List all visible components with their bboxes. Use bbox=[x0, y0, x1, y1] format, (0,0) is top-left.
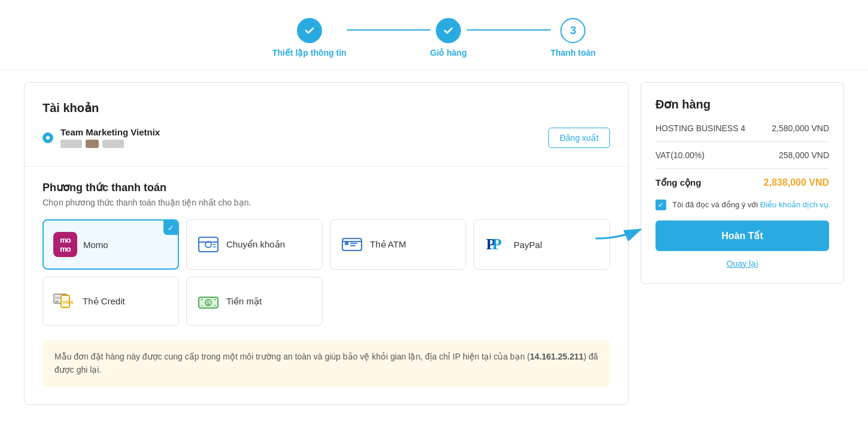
step-1-circle bbox=[297, 18, 322, 43]
payment-grid-row2: VISA Thẻ Credit $ Tiền mặt bbox=[43, 277, 610, 326]
paypal-icon: P P bbox=[484, 232, 508, 256]
account-info: Team Marketing Vietnix bbox=[43, 127, 160, 148]
arrow-container: Hoàn Tất bbox=[655, 221, 829, 258]
step-3: 3 Thanh toán bbox=[551, 18, 596, 58]
left-panel: Tài khoản Team Marketing Vietnix Đăng xu… bbox=[24, 82, 629, 405]
avatar-block-2 bbox=[86, 140, 99, 148]
avatar-block-3 bbox=[102, 140, 124, 148]
order-divider-1 bbox=[655, 141, 829, 142]
step-2-circle bbox=[436, 18, 461, 43]
radio-inner bbox=[46, 136, 50, 140]
empty-2 bbox=[474, 277, 610, 326]
momo-label: Momo bbox=[83, 240, 108, 250]
step-3-circle: 3 bbox=[560, 18, 585, 43]
order-divider-2 bbox=[655, 168, 829, 169]
cash-icon: $ bbox=[196, 289, 220, 313]
account-radio[interactable] bbox=[43, 132, 53, 143]
account-section: Team Marketing Vietnix Đăng xuất bbox=[43, 127, 610, 148]
logout-button[interactable]: Đăng xuất bbox=[548, 128, 610, 148]
svg-text:VISA: VISA bbox=[62, 300, 74, 305]
svg-rect-3 bbox=[345, 242, 348, 245]
payment-bank[interactable]: Chuyển khoản bbox=[186, 219, 323, 270]
notice-ip: 14.161.25.211 bbox=[530, 352, 584, 361]
order-item-label: HOSTING BUSINESS 4 bbox=[655, 123, 745, 133]
order-item-price: 2,580,000 VND bbox=[772, 123, 829, 133]
payment-momo[interactable]: momo Momo bbox=[43, 219, 179, 270]
bank-icon bbox=[196, 232, 220, 256]
main-layout: Tài khoản Team Marketing Vietnix Đăng xu… bbox=[0, 70, 868, 417]
step-1: Thiết lập thông tin bbox=[272, 18, 347, 58]
order-total-row: Tổng cộng 2,838,000 VND bbox=[655, 177, 829, 188]
svg-text:$: $ bbox=[207, 300, 210, 306]
cash-label: Tiền mặt bbox=[226, 296, 262, 307]
stepper: Thiết lập thông tin Giỏ hàng 3 Thanh toá… bbox=[0, 0, 868, 70]
divider-1 bbox=[25, 166, 628, 167]
account-name: Team Marketing Vietnix bbox=[60, 127, 160, 137]
arrow-indicator bbox=[590, 215, 650, 244]
paypal-label: PayPal bbox=[514, 240, 542, 250]
payment-grid-row1: momo Momo Chuyển khoản bbox=[43, 219, 610, 270]
credit-label: Thẻ Credit bbox=[83, 296, 125, 307]
step-3-label: Thanh toán bbox=[551, 48, 596, 58]
step-line-2 bbox=[467, 29, 551, 31]
terms-text: Tôi đã đọc và đồng ý với Điều khoản dịch… bbox=[672, 199, 828, 211]
bank-label: Chuyển khoản bbox=[226, 239, 285, 250]
avatar-block-1 bbox=[60, 140, 82, 148]
step-1-label: Thiết lập thông tin bbox=[272, 48, 347, 58]
order-item-row: HOSTING BUSINESS 4 2,580,000 VND bbox=[655, 123, 829, 133]
right-panel: Đơn hàng HOSTING BUSINESS 4 2,580,000 VN… bbox=[641, 82, 844, 284]
atm-icon bbox=[340, 232, 364, 256]
svg-text:P: P bbox=[492, 235, 502, 253]
order-title: Đơn hàng bbox=[655, 97, 829, 111]
payment-atm[interactable]: Thẻ ATM bbox=[330, 219, 466, 270]
complete-button[interactable]: Hoàn Tất bbox=[655, 221, 829, 251]
terms-checkbox[interactable]: ✓ bbox=[655, 200, 666, 210]
svg-rect-8 bbox=[55, 301, 59, 302]
credit-icon: VISA bbox=[53, 289, 77, 313]
order-total-label: Tổng cộng bbox=[655, 177, 701, 188]
payment-title: Phương thức thanh toán bbox=[43, 181, 610, 194]
order-vat-price: 258,000 VND bbox=[779, 150, 829, 160]
order-total-price: 2,838,000 VND bbox=[764, 177, 829, 188]
payment-subtitle: Chọn phương thức thanh toán thuận tiện n… bbox=[43, 198, 610, 207]
step-2: Giỏ hàng bbox=[430, 18, 467, 58]
back-container: Quay lại bbox=[655, 258, 829, 269]
order-vat-row: VAT(10.00%) 258,000 VND bbox=[655, 150, 829, 160]
payment-cash[interactable]: $ Tiền mặt bbox=[186, 277, 323, 326]
atm-label: Thẻ ATM bbox=[370, 239, 406, 250]
account-title: Tài khoản bbox=[43, 101, 610, 115]
notice-text-before: Mẫu đơn đặt hàng này được cung cấp trong… bbox=[54, 352, 530, 361]
account-details: Team Marketing Vietnix bbox=[60, 127, 160, 148]
terms-row: ✓ Tôi đã đọc và đồng ý với Điều khoản dị… bbox=[655, 199, 829, 211]
step-line-1 bbox=[347, 29, 430, 31]
order-vat-label: VAT(10.00%) bbox=[655, 150, 705, 160]
back-button[interactable]: Quay lại bbox=[727, 259, 758, 268]
momo-icon: momo bbox=[53, 232, 77, 256]
info-notice: Mẫu đơn đặt hàng này được cung cấp trong… bbox=[43, 340, 610, 386]
payment-credit[interactable]: VISA Thẻ Credit bbox=[43, 277, 179, 326]
account-avatar-row bbox=[60, 140, 160, 148]
terms-link[interactable]: Điều khoản dịch vụ bbox=[760, 200, 828, 209]
empty-1 bbox=[330, 277, 466, 326]
step-2-label: Giỏ hàng bbox=[430, 48, 467, 58]
